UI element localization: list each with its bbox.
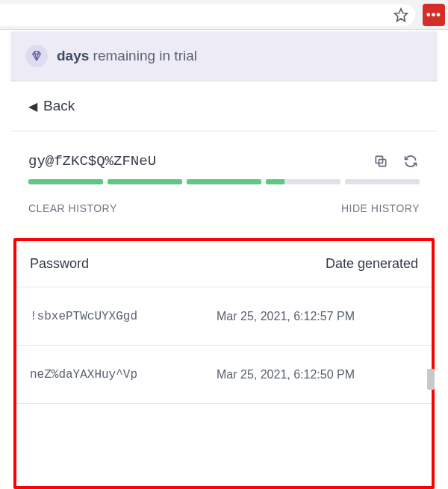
strength-seg-2 — [108, 179, 182, 184]
table-row[interactable]: !sbxePTWcUYXGgd Mar 25, 2021, 6:12:57 PM — [16, 287, 432, 346]
svg-marker-0 — [395, 8, 408, 21]
strength-meter — [10, 179, 438, 196]
browser-address-bar: ••• — [0, 0, 448, 30]
strength-seg-3 — [187, 179, 261, 184]
history-row-date: Mar 25, 2021, 6:12:57 PM — [217, 310, 418, 323]
history-actions: CLEAR HISTORY HIDE HISTORY — [10, 196, 438, 226]
generated-password-text: gy@fZKC$Q%ZFNeU — [28, 153, 360, 169]
clear-history-button[interactable]: CLEAR HISTORY — [28, 202, 117, 214]
url-field[interactable] — [0, 4, 415, 26]
strength-seg-5 — [345, 179, 420, 184]
table-row[interactable]: neZ%daYAXHuy^Vp Mar 25, 2021, 6:12:50 PM — [16, 346, 432, 404]
history-row-date: Mar 25, 2021, 6:12:50 PM — [217, 368, 418, 381]
extension-glyph: ••• — [426, 8, 441, 22]
trial-text: days remaining in trial — [57, 48, 197, 64]
diamond-icon — [25, 45, 48, 67]
history-col-password-header: Password — [30, 256, 89, 272]
history-table-highlight: Password Date generated !sbxePTWcUYXGgd … — [13, 238, 435, 489]
history-col-date-header: Date generated — [89, 256, 418, 272]
copy-icon[interactable] — [372, 152, 390, 170]
refresh-icon[interactable] — [402, 152, 420, 170]
back-button[interactable]: ◀ Back — [10, 81, 438, 131]
hide-history-button[interactable]: HIDE HISTORY — [341, 202, 420, 214]
trial-rest: remaining in trial — [89, 48, 197, 63]
bookmark-star-icon[interactable] — [393, 7, 409, 23]
back-caret-icon: ◀ — [28, 99, 37, 113]
trial-bold: days — [57, 48, 89, 63]
trial-banner[interactable]: days remaining in trial — [10, 31, 438, 81]
history-row-password: !sbxePTWcUYXGgd — [30, 310, 217, 323]
strength-seg-1 — [28, 179, 103, 184]
extension-button[interactable]: ••• — [423, 4, 445, 26]
history-table-header: Password Date generated — [16, 241, 432, 287]
extension-popup: days remaining in trial ◀ Back gy@fZKC$Q… — [10, 31, 438, 489]
scrollbar-thumb[interactable] — [427, 369, 435, 390]
back-label: Back — [43, 98, 75, 114]
strength-seg-4 — [266, 179, 340, 184]
generated-password-row: gy@fZKC$Q%ZFNeU — [10, 131, 438, 179]
history-row-password: neZ%daYAXHuy^Vp — [30, 368, 217, 381]
